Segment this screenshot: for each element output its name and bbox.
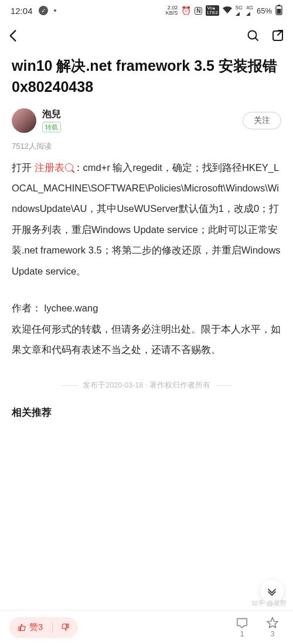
author-name[interactable]: 泡兒 — [42, 108, 61, 121]
body-author-line: 作者： lychee.wang — [12, 298, 281, 318]
body-prefix: 打开 — [12, 162, 35, 173]
status-app-icon: ✓ — [39, 6, 48, 15]
status-dot — [54, 9, 56, 12]
search-inline-icon — [65, 163, 73, 172]
status-time: 12:04 — [11, 6, 33, 16]
bottom-fade — [0, 573, 293, 614]
favorite-button[interactable]: 3 — [261, 616, 284, 638]
vote-pill: 赞3 — [9, 617, 78, 638]
author-row: 泡兒 转载 关注 — [12, 108, 281, 133]
nav-bar — [0, 21, 293, 50]
downvote-button[interactable] — [53, 617, 78, 638]
network-speed: 2.02KB/S — [166, 5, 178, 16]
battery-percent: 65% — [257, 6, 272, 15]
repost-tag: 转载 — [42, 122, 61, 132]
svg-line-4 — [255, 38, 258, 41]
comment-count: 1 — [240, 630, 244, 638]
body-main: ：cmd+r 输入regedit，确定；找到路径HKEY_LOCAL_MACHI… — [12, 162, 281, 276]
status-bar: 12:04 ✓ 2.02KB/S ⏰ N Vo▴LTE2 5G◢ 4G◢ 65% — [0, 0, 293, 21]
wifi-icon — [223, 6, 232, 15]
upvote-label: 赞3 — [29, 622, 43, 633]
battery-icon — [275, 5, 282, 17]
volte-icon: Vo▴LTE2 — [206, 5, 219, 16]
highlight-link[interactable]: 注册表 — [35, 162, 73, 173]
watermark: 知乎 @星野 — [251, 599, 287, 608]
svg-rect-2 — [277, 9, 281, 14]
article-title: win10 解决.net framework 3.5 安装报错 0x802404… — [12, 55, 281, 98]
favorite-count: 3 — [271, 630, 275, 638]
publish-info: 发布于2020-03-18 · 著作权归作者所有 — [12, 381, 281, 390]
upvote-button[interactable]: 赞3 — [9, 617, 52, 638]
body-footer: 欢迎任何形式的转载，但请务必注明出处。限于本人水平，如果文章和代码有表述不当之处… — [12, 324, 281, 355]
read-count: 7512人阅读 — [12, 141, 281, 152]
svg-marker-7 — [267, 618, 278, 628]
related-heading: 相关推荐 — [12, 406, 281, 419]
article-body: 打开 注册表：cmd+r 输入regedit，确定；找到路径HKEY_LOCAL… — [12, 157, 281, 361]
signal-4g-icon: 4G◢ — [246, 5, 253, 16]
bottom-bar: 赞3 1 3 — [0, 610, 293, 644]
article-content: win10 解决.net framework 3.5 安装报错 0x802404… — [0, 50, 293, 419]
search-button[interactable] — [246, 29, 260, 43]
signal-5g-icon: 5G◢ — [236, 5, 243, 16]
alarm-icon: ⏰ — [181, 6, 191, 15]
nfc-icon: N — [195, 7, 202, 15]
follow-button[interactable]: 关注 — [243, 112, 281, 129]
author-avatar[interactable] — [12, 108, 36, 133]
share-button[interactable] — [271, 29, 285, 43]
back-button[interactable] — [6, 28, 21, 43]
comment-button[interactable]: 1 — [231, 616, 253, 638]
